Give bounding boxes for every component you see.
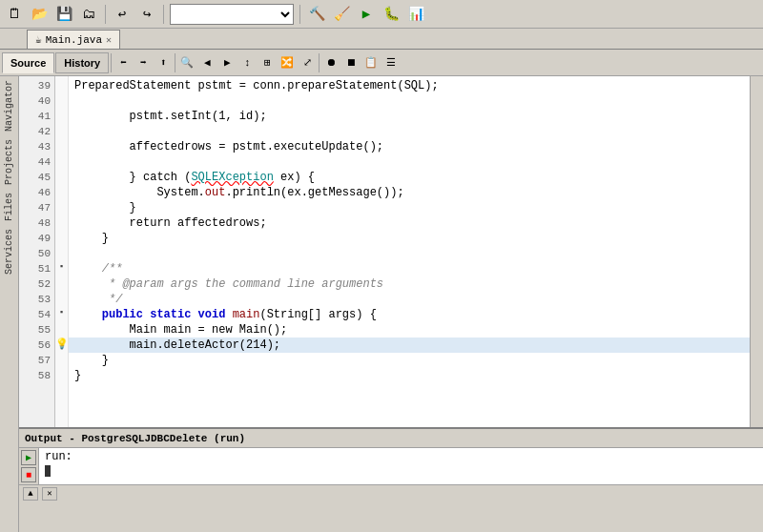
nav-label-files[interactable]: Files bbox=[2, 189, 16, 225]
sep1 bbox=[105, 5, 106, 24]
et-sep2 bbox=[175, 53, 175, 72]
line-num-40: 40 bbox=[19, 93, 54, 109]
output-cursor-line bbox=[45, 463, 757, 477]
stop-output-btn[interactable]: ■ bbox=[21, 467, 36, 482]
output-line-1: run: bbox=[45, 450, 757, 463]
et-btn3[interactable]: ⬆ bbox=[154, 53, 173, 72]
collapse-icon[interactable]: ▪ bbox=[59, 262, 64, 272]
code-line-50 bbox=[69, 246, 750, 261]
collapse-icon[interactable]: ▪ bbox=[59, 308, 64, 317]
clean-btn[interactable]: 🧹 bbox=[331, 4, 352, 25]
scrollbar[interactable] bbox=[750, 76, 763, 427]
line-num-53: 53 bbox=[19, 292, 54, 307]
code-content[interactable]: PreparedStatement pstmt = conn.prepareSt… bbox=[69, 76, 750, 427]
source-tab[interactable]: Source bbox=[2, 52, 54, 73]
build-btn[interactable]: 🔨 bbox=[306, 4, 327, 25]
line-num-56: 56 bbox=[19, 338, 54, 353]
et-btn11[interactable]: ☰ bbox=[382, 53, 401, 72]
output-content: run: bbox=[39, 448, 763, 484]
et-prev-btn[interactable]: ◀ bbox=[197, 53, 217, 72]
line-num-55: 55 bbox=[19, 322, 54, 338]
code-line-48: return affectedrows; bbox=[69, 215, 750, 231]
editor-container[interactable]: 3940414243444546474849505152535455565758… bbox=[19, 76, 763, 427]
editor-area: 3940414243444546474849505152535455565758… bbox=[19, 76, 763, 532]
nav-label-services[interactable]: Services bbox=[2, 225, 16, 278]
nav-label-projects[interactable]: Projects bbox=[2, 135, 16, 189]
code-line-47: } bbox=[69, 200, 750, 215]
code-line-40 bbox=[69, 93, 750, 109]
et-btn8[interactable]: ⏺ bbox=[321, 53, 340, 72]
line-num-47: 47 bbox=[19, 200, 54, 215]
output-title: Output - PostgreSQLJDBCDelete (run) bbox=[25, 433, 245, 444]
output-buttons: ▶ ■ bbox=[19, 448, 39, 484]
bottom-btn1[interactable]: ▲ bbox=[23, 487, 38, 501]
nav-label-navigator[interactable]: Navigator bbox=[2, 76, 16, 135]
bulb-icon: 💡 bbox=[55, 338, 69, 350]
line-num-57: 57 bbox=[19, 353, 54, 368]
code-line-54: public static void main(String[] args) { bbox=[69, 307, 750, 322]
code-line-39: PreparedStatement pstmt = conn.prepareSt… bbox=[69, 78, 750, 93]
et-btn7[interactable]: ⤢ bbox=[298, 53, 317, 72]
run-output-btn[interactable]: ▶ bbox=[21, 450, 36, 465]
line-num-45: 45 bbox=[19, 170, 54, 185]
undo-btn[interactable]: ↩ bbox=[112, 4, 133, 25]
output-header: Output - PostgreSQLJDBCDelete (run) bbox=[19, 429, 763, 448]
line-num-41: 41 bbox=[19, 109, 54, 124]
profile-btn[interactable]: 📊 bbox=[405, 4, 426, 25]
tab-bar: ☕ Main.java ✕ bbox=[0, 29, 763, 50]
et-btn6[interactable]: 🔀 bbox=[278, 53, 297, 72]
code-line-52: * @param args the command line arguments bbox=[69, 276, 750, 292]
line-num-52: 52 bbox=[19, 276, 54, 292]
code-line-41: pstmt.setInt(1, id); bbox=[69, 109, 750, 124]
line-num-54: 54 bbox=[19, 307, 54, 322]
line-num-43: 43 bbox=[19, 139, 54, 154]
debug-btn[interactable]: 🐛 bbox=[381, 4, 402, 25]
line-num-42: 42 bbox=[19, 124, 54, 139]
code-line-49: } bbox=[69, 231, 750, 246]
bottom-strip: ▲ ✕ bbox=[19, 484, 763, 501]
et-sep3 bbox=[319, 53, 320, 72]
code-line-51: /** bbox=[69, 261, 750, 276]
line-num-58: 58 bbox=[19, 368, 54, 383]
extra-btn[interactable]: 🗂 bbox=[78, 4, 99, 25]
output-panel: Output - PostgreSQLJDBCDelete (run) ▶ ■ … bbox=[19, 427, 763, 532]
code-line-56: main.deleteActor(214); bbox=[69, 338, 750, 353]
bottom-btn2[interactable]: ✕ bbox=[42, 487, 57, 501]
line-num-44: 44 bbox=[19, 154, 54, 170]
code-line-53: */ bbox=[69, 292, 750, 307]
line-num-46: 46 bbox=[19, 185, 54, 200]
sep2 bbox=[163, 5, 164, 24]
run-btn[interactable]: ▶ bbox=[356, 4, 377, 25]
file-tab-main[interactable]: ☕ Main.java ✕ bbox=[27, 30, 120, 49]
code-line-58: } bbox=[69, 368, 750, 383]
file-tab-label: Main.java bbox=[46, 34, 102, 46]
main-layout: Navigator Projects Files Services 394041… bbox=[0, 76, 763, 532]
et-btn4[interactable]: ↕ bbox=[237, 53, 257, 72]
code-line-57: } bbox=[69, 353, 750, 368]
et-btn1[interactable]: ⬅ bbox=[113, 53, 133, 72]
gutter: ▪▪💡 bbox=[55, 76, 69, 427]
code-line-44 bbox=[69, 154, 750, 170]
code-line-55: Main main = new Main(); bbox=[69, 322, 750, 338]
code-line-42 bbox=[69, 124, 750, 139]
left-nav: Navigator Projects Files Services bbox=[0, 76, 19, 532]
config-dropdown[interactable] bbox=[170, 4, 294, 25]
tab-close-btn[interactable]: ✕ bbox=[106, 34, 112, 46]
redo-btn[interactable]: ↪ bbox=[136, 4, 157, 25]
et-find-btn[interactable]: 🔍 bbox=[177, 53, 196, 72]
open-btn[interactable]: 📂 bbox=[29, 4, 50, 25]
et-sep1 bbox=[111, 53, 112, 72]
et-btn10[interactable]: 📋 bbox=[361, 53, 381, 72]
file-icon: ☕ bbox=[35, 33, 42, 46]
output-row: ▶ ■ run: bbox=[19, 448, 763, 484]
code-line-43: affectedrows = pstmt.executeUpdate(); bbox=[69, 139, 750, 154]
new-file-btn[interactable]: 🗒 bbox=[4, 4, 25, 25]
et-btn2[interactable]: ➡ bbox=[134, 53, 153, 72]
line-num-39: 39 bbox=[19, 78, 54, 93]
et-btn5[interactable]: ⊞ bbox=[258, 53, 277, 72]
history-tab[interactable]: History bbox=[55, 52, 109, 73]
et-btn9[interactable]: ⏹ bbox=[341, 53, 361, 72]
main-toolbar: 🗒 📂 💾 🗂 ↩ ↪ 🔨 🧹 ▶ 🐛 📊 bbox=[0, 0, 763, 29]
et-next-btn[interactable]: ▶ bbox=[217, 53, 237, 72]
save-btn[interactable]: 💾 bbox=[53, 4, 74, 25]
